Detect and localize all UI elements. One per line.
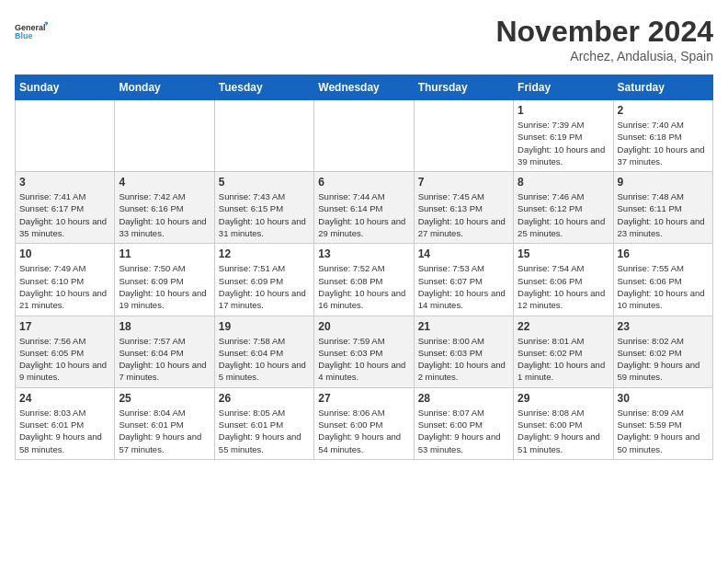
day-number: 30 [618, 392, 709, 405]
day-info: Sunrise: 7:58 AM Sunset: 6:04 PM Dayligh… [219, 335, 310, 384]
calendar-cell: 3Sunrise: 7:41 AM Sunset: 6:17 PM Daylig… [16, 172, 115, 244]
day-number: 10 [19, 247, 110, 260]
day-number: 4 [119, 176, 210, 189]
calendar-cell: 16Sunrise: 7:55 AM Sunset: 6:06 PM Dayli… [613, 244, 712, 316]
calendar-cell: 9Sunrise: 7:48 AM Sunset: 6:11 PM Daylig… [613, 172, 712, 244]
day-info: Sunrise: 7:50 AM Sunset: 6:09 PM Dayligh… [119, 262, 210, 311]
calendar-header: SundayMondayTuesdayWednesdayThursdayFrid… [16, 75, 713, 100]
calendar-cell: 30Sunrise: 8:09 AM Sunset: 5:59 PM Dayli… [613, 387, 712, 459]
day-info: Sunrise: 7:45 AM Sunset: 6:13 PM Dayligh… [418, 190, 509, 239]
day-number: 23 [618, 320, 709, 333]
day-number: 16 [618, 247, 709, 260]
svg-text:General: General [15, 23, 46, 32]
day-info: Sunrise: 7:54 AM Sunset: 6:06 PM Dayligh… [518, 262, 609, 311]
day-number: 22 [518, 320, 609, 333]
day-info: Sunrise: 7:55 AM Sunset: 6:06 PM Dayligh… [618, 262, 709, 311]
calendar-cell: 12Sunrise: 7:51 AM Sunset: 6:09 PM Dayli… [214, 244, 313, 316]
day-number: 9 [618, 176, 709, 189]
calendar-cell: 8Sunrise: 7:46 AM Sunset: 6:12 PM Daylig… [514, 172, 613, 244]
day-info: Sunrise: 7:49 AM Sunset: 6:10 PM Dayligh… [19, 262, 110, 311]
day-info: Sunrise: 7:59 AM Sunset: 6:03 PM Dayligh… [318, 335, 409, 384]
day-number: 8 [518, 176, 609, 189]
day-info: Sunrise: 8:00 AM Sunset: 6:03 PM Dayligh… [418, 335, 509, 384]
day-number: 29 [518, 392, 609, 405]
day-info: Sunrise: 8:01 AM Sunset: 6:02 PM Dayligh… [518, 335, 609, 384]
day-info: Sunrise: 8:08 AM Sunset: 6:00 PM Dayligh… [518, 407, 609, 455]
logo: General Blue [15, 15, 48, 48]
day-info: Sunrise: 8:04 AM Sunset: 6:01 PM Dayligh… [119, 407, 210, 455]
weekday-header-friday: Friday [514, 75, 613, 100]
calendar-cell: 17Sunrise: 7:56 AM Sunset: 6:05 PM Dayli… [16, 316, 115, 387]
day-number: 6 [318, 176, 409, 189]
calendar-cell [314, 100, 414, 172]
calendar-cell: 13Sunrise: 7:52 AM Sunset: 6:08 PM Dayli… [314, 244, 414, 316]
day-number: 27 [318, 392, 409, 405]
day-number: 18 [119, 320, 210, 333]
day-number: 14 [418, 247, 509, 260]
calendar-cell: 28Sunrise: 8:07 AM Sunset: 6:00 PM Dayli… [414, 387, 513, 459]
day-number: 1 [518, 104, 609, 117]
calendar-cell: 23Sunrise: 8:02 AM Sunset: 6:02 PM Dayli… [613, 316, 712, 387]
calendar-cell: 5Sunrise: 7:43 AM Sunset: 6:15 PM Daylig… [214, 172, 313, 244]
calendar-cell: 10Sunrise: 7:49 AM Sunset: 6:10 PM Dayli… [16, 244, 115, 316]
day-number: 26 [219, 392, 310, 405]
day-info: Sunrise: 7:42 AM Sunset: 6:16 PM Dayligh… [119, 190, 210, 239]
calendar-cell [414, 100, 513, 172]
logo-svg: General Blue [15, 15, 48, 48]
calendar-week-1: 1Sunrise: 7:39 AM Sunset: 6:19 PM Daylig… [16, 100, 713, 172]
weekday-header-saturday: Saturday [613, 75, 712, 100]
day-number: 5 [219, 176, 310, 189]
calendar-cell: 15Sunrise: 7:54 AM Sunset: 6:06 PM Dayli… [514, 244, 613, 316]
day-number: 24 [19, 392, 110, 405]
day-info: Sunrise: 7:52 AM Sunset: 6:08 PM Dayligh… [318, 262, 409, 311]
day-info: Sunrise: 8:03 AM Sunset: 6:01 PM Dayligh… [19, 407, 110, 455]
calendar-cell: 6Sunrise: 7:44 AM Sunset: 6:14 PM Daylig… [314, 172, 414, 244]
day-number: 7 [418, 176, 509, 189]
calendar-cell: 21Sunrise: 8:00 AM Sunset: 6:03 PM Dayli… [414, 316, 513, 387]
calendar-cell [115, 100, 214, 172]
calendar-cell: 26Sunrise: 8:05 AM Sunset: 6:01 PM Dayli… [214, 387, 313, 459]
day-info: Sunrise: 7:57 AM Sunset: 6:04 PM Dayligh… [119, 335, 210, 384]
day-info: Sunrise: 7:44 AM Sunset: 6:14 PM Dayligh… [318, 190, 409, 239]
calendar-cell: 14Sunrise: 7:53 AM Sunset: 6:07 PM Dayli… [414, 244, 513, 316]
calendar-cell: 25Sunrise: 8:04 AM Sunset: 6:01 PM Dayli… [115, 387, 214, 459]
svg-text:Blue: Blue [15, 31, 33, 40]
day-info: Sunrise: 8:07 AM Sunset: 6:00 PM Dayligh… [418, 407, 509, 455]
calendar-cell: 2Sunrise: 7:40 AM Sunset: 6:18 PM Daylig… [613, 100, 712, 172]
day-info: Sunrise: 7:43 AM Sunset: 6:15 PM Dayligh… [219, 190, 310, 239]
calendar-cell: 19Sunrise: 7:58 AM Sunset: 6:04 PM Dayli… [214, 316, 313, 387]
day-number: 12 [219, 247, 310, 260]
calendar-week-3: 10Sunrise: 7:49 AM Sunset: 6:10 PM Dayli… [16, 244, 713, 316]
month-title: November 2024 [495, 15, 713, 49]
calendar-table: SundayMondayTuesdayWednesdayThursdayFrid… [15, 75, 713, 460]
calendar-week-2: 3Sunrise: 7:41 AM Sunset: 6:17 PM Daylig… [16, 172, 713, 244]
weekday-header-thursday: Thursday [414, 75, 513, 100]
day-number: 2 [618, 104, 709, 117]
weekday-header-sunday: Sunday [16, 75, 115, 100]
header: General Blue November 2024 Archez, Andal… [15, 15, 713, 63]
calendar-week-4: 17Sunrise: 7:56 AM Sunset: 6:05 PM Dayli… [16, 316, 713, 387]
day-number: 28 [418, 392, 509, 405]
day-info: Sunrise: 8:09 AM Sunset: 5:59 PM Dayligh… [618, 407, 709, 455]
weekday-header-wednesday: Wednesday [314, 75, 414, 100]
day-info: Sunrise: 8:02 AM Sunset: 6:02 PM Dayligh… [618, 335, 709, 384]
calendar-cell [214, 100, 313, 172]
weekday-header-tuesday: Tuesday [214, 75, 313, 100]
day-info: Sunrise: 7:56 AM Sunset: 6:05 PM Dayligh… [19, 335, 110, 384]
day-info: Sunrise: 7:41 AM Sunset: 6:17 PM Dayligh… [19, 190, 110, 239]
day-number: 25 [119, 392, 210, 405]
weekday-header-monday: Monday [115, 75, 214, 100]
calendar-cell: 29Sunrise: 8:08 AM Sunset: 6:00 PM Dayli… [514, 387, 613, 459]
calendar-cell: 7Sunrise: 7:45 AM Sunset: 6:13 PM Daylig… [414, 172, 513, 244]
day-number: 11 [119, 247, 210, 260]
day-info: Sunrise: 7:51 AM Sunset: 6:09 PM Dayligh… [219, 262, 310, 311]
day-info: Sunrise: 7:53 AM Sunset: 6:07 PM Dayligh… [418, 262, 509, 311]
calendar-cell [16, 100, 115, 172]
day-number: 3 [19, 176, 110, 189]
day-number: 19 [219, 320, 310, 333]
calendar-cell: 1Sunrise: 7:39 AM Sunset: 6:19 PM Daylig… [514, 100, 613, 172]
calendar-cell: 27Sunrise: 8:06 AM Sunset: 6:00 PM Dayli… [314, 387, 414, 459]
day-info: Sunrise: 8:05 AM Sunset: 6:01 PM Dayligh… [219, 407, 310, 455]
calendar-cell: 4Sunrise: 7:42 AM Sunset: 6:16 PM Daylig… [115, 172, 214, 244]
day-number: 17 [19, 320, 110, 333]
